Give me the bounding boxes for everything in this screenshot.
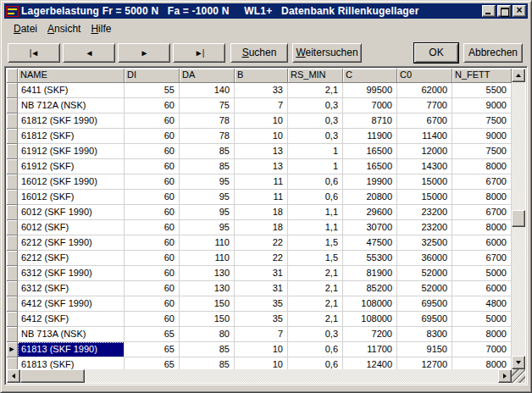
table-cell[interactable]: 95 bbox=[180, 190, 235, 205]
maximize-button[interactable] bbox=[497, 5, 511, 17]
row-selector-cell[interactable] bbox=[7, 281, 18, 296]
table-cell[interactable]: 12400 bbox=[343, 357, 397, 369]
table-cell[interactable]: 7500 bbox=[452, 113, 512, 129]
row-selector-cell[interactable] bbox=[7, 251, 18, 266]
table-row[interactable]: 6012 (SKF)6095181,130700232008000 bbox=[7, 220, 512, 235]
table-cell[interactable]: 30700 bbox=[343, 220, 397, 235]
table-cell[interactable]: 6700 bbox=[452, 205, 512, 220]
table-cell[interactable]: NB 713A (NSK) bbox=[18, 327, 125, 342]
table-cell[interactable]: 85 bbox=[180, 342, 235, 357]
table-cell[interactable]: 61812 (SKF) bbox=[18, 129, 125, 144]
table-cell[interactable]: 110 bbox=[180, 235, 235, 251]
table-cell[interactable]: 60 bbox=[125, 159, 180, 174]
table-cell[interactable]: 78 bbox=[180, 113, 235, 129]
table-cell[interactable]: 10 bbox=[235, 129, 288, 144]
table-cell[interactable]: 85 bbox=[180, 357, 235, 369]
table-cell[interactable]: 60 bbox=[125, 129, 180, 144]
table-cell[interactable]: 0,3 bbox=[288, 327, 343, 342]
table-cell[interactable]: 35 bbox=[235, 296, 288, 312]
table-cell[interactable]: 6012 (SKF) bbox=[18, 220, 125, 235]
row-selector-cell[interactable] bbox=[7, 190, 18, 205]
table-cell[interactable]: 8000 bbox=[452, 190, 512, 205]
table-cell[interactable]: 61813 (SKF 1990) bbox=[18, 342, 125, 357]
table-cell[interactable]: 7 bbox=[235, 98, 288, 113]
table-cell[interactable]: 80 bbox=[180, 327, 235, 342]
table-cell[interactable]: 18 bbox=[235, 205, 288, 220]
row-selector-cell[interactable] bbox=[7, 296, 18, 312]
table-cell[interactable]: 0,6 bbox=[288, 174, 343, 190]
table-cell[interactable]: 108000 bbox=[343, 296, 397, 312]
table-cell[interactable]: 55 bbox=[125, 83, 180, 98]
table-cell[interactable]: 60 bbox=[125, 312, 180, 327]
table-cell[interactable]: 15000 bbox=[397, 174, 452, 190]
table-cell[interactable]: 78 bbox=[180, 129, 235, 144]
table-cell[interactable]: 8300 bbox=[397, 327, 452, 342]
table-cell[interactable]: 55300 bbox=[343, 251, 397, 266]
minimize-button[interactable] bbox=[482, 5, 496, 17]
table-cell[interactable]: 5500 bbox=[452, 83, 512, 98]
table-cell[interactable]: 60 bbox=[125, 174, 180, 190]
table-cell[interactable]: 60 bbox=[125, 281, 180, 296]
row-selector-cell[interactable] bbox=[7, 159, 18, 174]
table-cell[interactable]: 7000 bbox=[452, 342, 512, 357]
row-selector-cell[interactable] bbox=[7, 357, 18, 369]
table-cell[interactable]: 8000 bbox=[452, 357, 512, 369]
row-selector-cell[interactable] bbox=[7, 174, 18, 190]
table-row[interactable]: 6212 (SKF 1990)60110221,547500325006000 bbox=[7, 235, 512, 251]
table-cell[interactable]: 150 bbox=[180, 312, 235, 327]
table-cell[interactable]: 1 bbox=[288, 159, 343, 174]
first-record-button[interactable]: |◄ bbox=[8, 43, 60, 63]
table-cell[interactable]: 4800 bbox=[452, 296, 512, 312]
row-selector-cell[interactable] bbox=[7, 83, 18, 98]
table-cell[interactable]: 85 bbox=[180, 144, 235, 159]
table-cell[interactable]: 13 bbox=[235, 159, 288, 174]
table-cell[interactable]: 52000 bbox=[397, 266, 452, 281]
table-cell[interactable]: 12700 bbox=[397, 357, 452, 369]
table-cell[interactable]: 61912 (SKF 1990) bbox=[18, 144, 125, 159]
table-cell[interactable]: 11 bbox=[235, 174, 288, 190]
table-cell[interactable]: 130 bbox=[180, 281, 235, 296]
row-selector-cell[interactable] bbox=[7, 220, 18, 235]
table-cell[interactable]: 29600 bbox=[343, 205, 397, 220]
table-cell[interactable]: 7000 bbox=[343, 98, 397, 113]
table-cell[interactable]: 69500 bbox=[397, 312, 452, 327]
menu-item-datei[interactable]: Datei bbox=[8, 21, 42, 36]
table-cell[interactable]: 9000 bbox=[452, 98, 512, 113]
table-cell[interactable]: 60 bbox=[125, 251, 180, 266]
menu-item-hilfe[interactable]: Hilfe bbox=[86, 21, 116, 36]
table-cell[interactable]: 31 bbox=[235, 266, 288, 281]
table-cell[interactable]: 8000 bbox=[452, 159, 512, 174]
table-cell[interactable]: 0,6 bbox=[288, 190, 343, 205]
row-selector-cell[interactable] bbox=[7, 235, 18, 251]
table-cell[interactable]: 8000 bbox=[452, 220, 512, 235]
table-row[interactable]: 61812 (SKF 1990)6078100,3871067007500 bbox=[7, 113, 512, 129]
table-row[interactable]: NB 713A (NSK)658070,3720083008000 bbox=[7, 327, 512, 342]
row-selector-cell[interactable] bbox=[7, 327, 18, 342]
table-cell[interactable]: 1,1 bbox=[288, 205, 343, 220]
table-cell[interactable]: 60 bbox=[125, 266, 180, 281]
close-button[interactable]: × bbox=[513, 5, 526, 17]
table-row[interactable]: 6012 (SKF 1990)6095181,129600232006700 bbox=[7, 205, 512, 220]
scroll-left-button[interactable] bbox=[7, 369, 20, 383]
table-row[interactable]: 61813 (SKF)6585100,612400127008000 bbox=[7, 357, 512, 369]
horizontal-scroll-thumb[interactable] bbox=[20, 369, 85, 383]
row-selector-cell[interactable] bbox=[7, 144, 18, 159]
table-cell[interactable]: 75 bbox=[180, 98, 235, 113]
table-cell[interactable]: 60 bbox=[125, 205, 180, 220]
table-row[interactable]: 6312 (SKF)60130312,185200520006000 bbox=[7, 281, 512, 296]
table-cell[interactable]: 16500 bbox=[343, 159, 397, 174]
table-cell[interactable]: 6000 bbox=[452, 235, 512, 251]
table-cell[interactable]: 11400 bbox=[397, 129, 452, 144]
table-cell[interactable]: 5000 bbox=[452, 312, 512, 327]
table-cell[interactable]: 2,1 bbox=[288, 281, 343, 296]
table-cell[interactable]: 1 bbox=[288, 144, 343, 159]
table-cell[interactable]: 61912 (SKF) bbox=[18, 159, 125, 174]
table-cell[interactable]: 69500 bbox=[397, 296, 452, 312]
table-cell[interactable]: 0,6 bbox=[288, 357, 343, 369]
last-record-button[interactable]: ►| bbox=[173, 43, 225, 63]
table-row[interactable]: NB 712A (NSK)607570,3700077009000 bbox=[7, 98, 512, 113]
vertical-scrollbar[interactable] bbox=[512, 69, 525, 369]
table-cell[interactable]: 5000 bbox=[452, 266, 512, 281]
table-row[interactable]: 6411 (SKF)55140332,199500620005500 bbox=[7, 83, 512, 98]
table-cell[interactable]: 33 bbox=[235, 83, 288, 98]
